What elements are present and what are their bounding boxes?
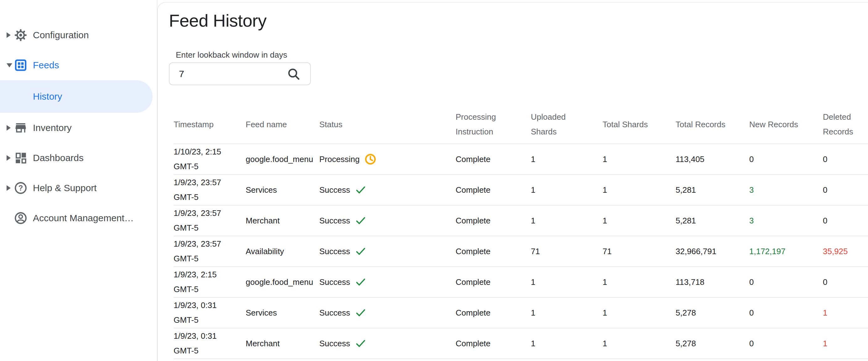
cell-new-records: 0 [749, 275, 823, 290]
check-icon [354, 184, 367, 196]
storefront-icon [14, 121, 28, 135]
cell-uploaded-shards: 1 [531, 305, 602, 320]
column-header-1: Feed name [246, 117, 319, 132]
column-header-5: Total Shards [602, 117, 676, 132]
sidebar-item-label: Help & Support [33, 183, 96, 193]
sidebar-item-label: Configuration [33, 30, 89, 40]
cell-timestamp: 1/9/23, 0:31 GMT-5 [174, 329, 246, 358]
account-icon [14, 211, 28, 225]
cell-status: Success [319, 244, 456, 259]
cell-uploaded-shards: 1 [531, 336, 602, 351]
cell-total-records: 113,405 [676, 152, 749, 167]
cell-deleted-records: 0 [823, 183, 868, 198]
status-label: Success [319, 275, 350, 290]
cell-total-shards: 1 [602, 213, 676, 228]
sidebar-item-label: Account Management… [33, 213, 134, 223]
column-header-7: New Records [749, 117, 823, 132]
chevron-right-icon [7, 32, 11, 38]
cell-timestamp: 1/10/23, 2:15 GMT-5 [174, 145, 246, 174]
column-header-8: Deleted Records [823, 110, 868, 139]
column-header-3: Processing Instruction [456, 110, 531, 139]
check-icon [354, 276, 367, 288]
cell-deleted-records: 1 [823, 305, 868, 320]
status-label: Success [319, 336, 350, 351]
table-body: 1/10/23, 2:15 GMT-5 google.food_menu Pro… [174, 144, 868, 359]
sidebar-item-configuration[interactable]: Configuration [0, 20, 157, 50]
table-row: 1/9/23, 23:57 GMT-5 Services Success Com… [174, 175, 868, 206]
column-header-6: Total Records [676, 117, 749, 132]
cell-timestamp: 1/9/23, 23:57 GMT-5 [174, 175, 246, 205]
chevron-right-icon [7, 185, 11, 191]
sidebar-item-dashboards[interactable]: Dashboards [0, 143, 157, 173]
cell-feed-name: Merchant [246, 213, 319, 228]
cell-total-records: 5,281 [676, 183, 749, 198]
cell-total-records: 5,281 [676, 213, 749, 228]
sidebar-item-label: Feeds [33, 60, 59, 70]
table-row: 1/9/23, 0:31 GMT-5 Merchant Success Comp… [174, 328, 868, 359]
cell-total-records: 113,718 [676, 275, 749, 290]
cell-processing-instruction: Complete [456, 183, 531, 198]
cell-processing-instruction: Complete [456, 305, 531, 320]
cell-status: Success [319, 183, 456, 198]
cell-uploaded-shards: 71 [531, 244, 602, 259]
table-row: 1/9/23, 0:31 GMT-5 Services Success Comp… [174, 298, 868, 328]
cell-timestamp: 1/9/23, 23:57 GMT-5 [174, 206, 246, 235]
status-label: Success [319, 213, 350, 228]
cell-new-records: 3 [749, 183, 823, 198]
sidebar-item-history[interactable]: History [0, 80, 153, 113]
cell-total-shards: 1 [602, 275, 676, 290]
lookback-label: Enter lookback window in days [176, 50, 868, 60]
cell-total-shards: 1 [602, 305, 676, 320]
cell-new-records: 0 [749, 336, 823, 351]
search-icon[interactable] [286, 67, 301, 81]
cell-deleted-records: 35,925 [823, 244, 868, 259]
cell-feed-name: Availability [246, 244, 319, 259]
cell-new-records: 3 [749, 213, 823, 228]
cell-status: Success [319, 305, 456, 320]
status-label: Success [319, 305, 350, 320]
sidebar-item-label: Inventory [33, 123, 71, 133]
cell-uploaded-shards: 1 [531, 152, 602, 167]
cell-uploaded-shards: 1 [531, 183, 602, 198]
sidebar-item-help-support[interactable]: ? Help & Support [0, 173, 157, 203]
table-row: 1/9/23, 23:57 GMT-5 Availability Success… [174, 236, 868, 267]
cell-total-records: 5,278 [676, 305, 749, 320]
page-title: Feed History [169, 10, 868, 31]
cell-feed-name: google.food_menu [246, 152, 319, 167]
sidebar-item-feeds[interactable]: Feeds [0, 50, 157, 80]
cell-new-records: 0 [749, 305, 823, 320]
cell-processing-instruction: Complete [456, 336, 531, 351]
sidebar-item-account-management[interactable]: Account Management… [0, 203, 157, 233]
table-row: 1/9/23, 23:57 GMT-5 Merchant Success Com… [174, 206, 868, 236]
feeds-icon [14, 58, 28, 72]
lookback-input[interactable]: 7 [169, 62, 311, 85]
column-header-4: Uploaded Shards [531, 110, 602, 139]
cell-deleted-records: 0 [823, 213, 868, 228]
sidebar-item-label: Dashboards [33, 153, 84, 163]
sidebar-item-inventory[interactable]: Inventory [0, 113, 157, 143]
cell-timestamp: 1/9/23, 2:15 GMT-5 [174, 267, 246, 297]
cell-total-records: 32,966,791 [676, 244, 749, 259]
cell-deleted-records: 1 [823, 336, 868, 351]
lookback-input-value[interactable]: 7 [179, 69, 286, 79]
main-content: Feed History Enter lookback window in da… [157, 2, 868, 361]
chevron-right-icon [7, 125, 11, 131]
cell-new-records: 0 [749, 152, 823, 167]
cell-total-shards: 1 [602, 152, 676, 167]
help-icon: ? [14, 181, 28, 195]
cell-feed-name: google.food_menu [246, 275, 319, 290]
cell-feed-name: Services [246, 183, 319, 198]
column-header-0: Timestamp [174, 117, 246, 132]
cell-status: Success [319, 275, 456, 290]
cell-deleted-records: 0 [823, 152, 868, 167]
feed-history-table: TimestampFeed nameStatusProcessing Instr… [174, 105, 868, 359]
cell-processing-instruction: Complete [456, 244, 531, 259]
table-row: 1/10/23, 2:15 GMT-5 google.food_menu Pro… [174, 144, 868, 175]
clock-icon [364, 153, 377, 166]
sidebar: Configuration Feeds History [0, 0, 157, 361]
gear-icon [14, 28, 28, 42]
cell-feed-name: Merchant [246, 336, 319, 351]
table-row: 1/9/23, 2:15 GMT-5 google.food_menu Succ… [174, 267, 868, 298]
cell-timestamp: 1/9/23, 23:57 GMT-5 [174, 237, 246, 266]
check-icon [354, 337, 367, 350]
